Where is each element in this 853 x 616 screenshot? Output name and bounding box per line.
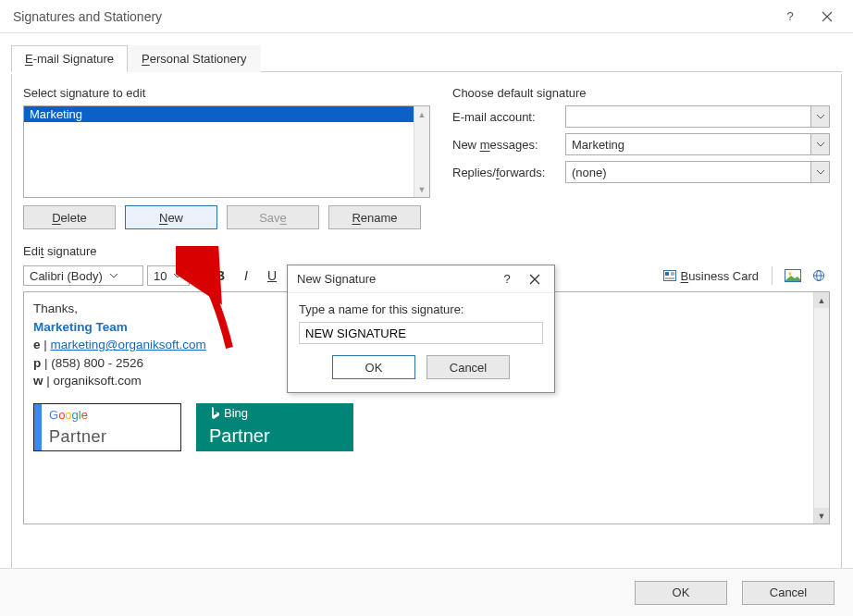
hyperlink-icon bbox=[810, 269, 827, 282]
new-messages-label: New messages: bbox=[452, 138, 554, 152]
select-signature-label: Select signature to edit bbox=[23, 86, 430, 100]
svg-point-6 bbox=[789, 273, 792, 276]
font-family-dropdown[interactable]: Calibri (Body) bbox=[23, 265, 143, 286]
modal-help-button[interactable]: ? bbox=[493, 265, 521, 293]
google-partner-label: Partner bbox=[49, 425, 107, 449]
replies-forwards-label: Replies/forwards: bbox=[452, 166, 554, 179]
cancel-button[interactable]: Cancel bbox=[742, 581, 834, 605]
separator bbox=[772, 266, 773, 285]
editor-scrollbar[interactable]: ▲ ▼ bbox=[813, 292, 829, 524]
business-card-icon bbox=[663, 270, 676, 281]
picture-icon bbox=[785, 269, 801, 282]
delete-button[interactable]: Delete bbox=[23, 205, 116, 229]
insert-picture-button[interactable] bbox=[782, 265, 804, 286]
modal-title: New Signature bbox=[297, 272, 493, 286]
save-button[interactable]: Save bbox=[227, 205, 319, 229]
replies-forwards-dropdown[interactable]: (none) bbox=[565, 161, 830, 183]
insert-hyperlink-button[interactable] bbox=[808, 265, 830, 286]
signature-name-input[interactable] bbox=[299, 322, 543, 344]
edit-signature-label: Edit signature bbox=[23, 244, 830, 258]
close-button[interactable] bbox=[809, 0, 846, 33]
italic-button[interactable]: I bbox=[235, 265, 257, 286]
ok-button[interactable]: OK bbox=[635, 581, 727, 605]
help-button[interactable]: ? bbox=[772, 0, 809, 33]
bing-logo-text: Bing bbox=[209, 405, 353, 423]
scrollbar[interactable]: ▲ ▼ bbox=[414, 106, 429, 197]
email-account-dropdown[interactable] bbox=[565, 105, 830, 128]
underline-button[interactable]: U bbox=[261, 265, 283, 286]
svg-rect-1 bbox=[665, 272, 669, 276]
google-partner-badge: Google Partner bbox=[33, 403, 181, 451]
chevron-down-icon[interactable] bbox=[106, 274, 121, 278]
modal-cancel-button[interactable]: Cancel bbox=[426, 355, 510, 379]
sig-badges: Google Partner Bing Partner bbox=[33, 403, 807, 451]
chevron-down-icon[interactable] bbox=[170, 274, 185, 278]
chevron-down-icon[interactable] bbox=[810, 106, 829, 127]
font-family-value: Calibri (Body) bbox=[30, 269, 103, 283]
replies-forwards-value: (none) bbox=[572, 166, 607, 179]
business-card-button[interactable]: Business Card bbox=[660, 265, 762, 286]
bold-button[interactable]: B bbox=[209, 265, 231, 286]
list-item[interactable]: Marketing bbox=[24, 106, 429, 122]
modal-close-button[interactable] bbox=[521, 265, 549, 293]
default-signature-label: Choose default signature bbox=[452, 86, 830, 100]
scroll-up-icon[interactable]: ▲ bbox=[814, 292, 829, 308]
rename-button[interactable]: Rename bbox=[328, 205, 421, 229]
window-title: Signatures and Stationery bbox=[7, 9, 772, 24]
new-signature-dialog: New Signature ? Type a name for this sig… bbox=[287, 265, 555, 393]
bing-partner-badge: Bing Partner bbox=[196, 403, 353, 451]
new-messages-dropdown[interactable]: Marketing bbox=[565, 133, 830, 155]
sig-email-link[interactable]: marketing@organiksoft.com bbox=[51, 338, 206, 351]
bing-partner-label: Partner bbox=[209, 423, 353, 450]
font-size-dropdown[interactable]: 10 bbox=[147, 265, 190, 286]
dialog-footer: OK Cancel bbox=[0, 568, 853, 616]
signature-list[interactable]: Marketing ▲ ▼ bbox=[23, 105, 430, 198]
chevron-down-icon[interactable] bbox=[810, 162, 829, 182]
email-account-label: E-mail account: bbox=[452, 110, 554, 124]
tab-personal-stationery[interactable]: Personal Stationery bbox=[128, 45, 260, 72]
separator bbox=[199, 266, 200, 285]
font-size-value: 10 bbox=[154, 269, 167, 283]
chevron-down-icon[interactable] bbox=[810, 134, 829, 154]
new-messages-value: Marketing bbox=[572, 138, 624, 152]
scroll-down-icon[interactable]: ▼ bbox=[414, 181, 429, 197]
modal-prompt: Type a name for this signature: bbox=[299, 302, 543, 316]
google-logo-text: Google bbox=[49, 407, 107, 425]
scroll-down-icon[interactable]: ▼ bbox=[814, 508, 829, 524]
titlebar: Signatures and Stationery ? bbox=[0, 0, 853, 33]
modal-ok-button[interactable]: OK bbox=[332, 355, 415, 379]
tabstrip: E-mail Signature Personal Stationery bbox=[11, 44, 842, 72]
new-button[interactable]: New bbox=[125, 205, 217, 229]
tab-email-signature[interactable]: E-mail Signature bbox=[11, 45, 128, 72]
scroll-up-icon[interactable]: ▲ bbox=[414, 106, 429, 122]
